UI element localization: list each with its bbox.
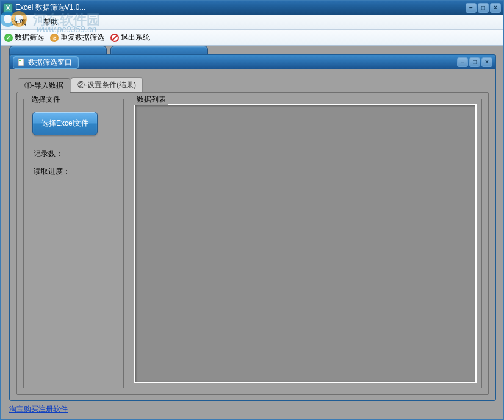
maximize-button[interactable]: □: [478, 3, 489, 13]
svg-rect-3: [19, 60, 21, 61]
taobao-register-link[interactable]: 淘宝购买注册软件: [9, 404, 68, 415]
main-title: Excel 数据筛选V1.0...: [15, 2, 85, 13]
main-window-controls: − □ ×: [466, 3, 501, 13]
groupbox-data-list-title: 数据列表: [134, 94, 168, 105]
mdi-area: 数据筛选窗口 − □ × ①-导入数据 ②-设置条件(结果) 选择文件 选择Ex…: [1, 46, 503, 419]
main-titlebar[interactable]: X Excel 数据筛选V1.0... − □ ×: [1, 1, 503, 15]
app-icon: X: [3, 3, 13, 13]
check-icon: ✓: [4, 34, 13, 42]
child-window: 数据筛选窗口 − □ × ①-导入数据 ②-设置条件(结果) 选择文件 选择Ex…: [9, 54, 496, 401]
data-list-panel[interactable]: [134, 104, 477, 383]
tab-page-import: 选择文件 选择Excel文件 记录数： 读取进度： 数据列表: [16, 92, 489, 395]
groupbox-data-list: 数据列表: [129, 99, 482, 388]
child-maximize-button[interactable]: □: [469, 57, 480, 67]
forbidden-icon: [110, 34, 119, 42]
groupbox-select-file: 选择文件 选择Excel文件 记录数： 读取进度：: [23, 99, 124, 388]
records-label: 记录数：: [34, 149, 117, 159]
groupbox-select-file-title: 选择文件: [29, 94, 63, 105]
child-window-controls: − □ ×: [457, 57, 492, 67]
menu-options[interactable]: 选项: [8, 16, 30, 29]
tool-exit-label: 退出系统: [121, 32, 150, 43]
main-window: X Excel 数据筛选V1.0... − □ × 选项 帮助 ✓ 数据筛选 ⌕…: [0, 0, 504, 420]
minimize-button[interactable]: −: [466, 3, 477, 13]
tab-strip: ①-导入数据 ②-设置条件(结果): [18, 77, 489, 92]
tab-import-data[interactable]: ①-导入数据: [18, 78, 70, 93]
search-icon: ⌕: [50, 34, 59, 42]
child-window-title: 数据筛选窗口: [28, 57, 72, 68]
child-content: ①-导入数据 ②-设置条件(结果) 选择文件 选择Excel文件 记录数： 读取…: [10, 69, 495, 400]
watermark-url: www.pc0359.cn: [37, 24, 96, 34]
tool-exit[interactable]: 退出系统: [110, 32, 150, 43]
child-close-button[interactable]: ×: [481, 57, 492, 67]
stats-block: 记录数： 读取进度：: [30, 146, 117, 177]
select-excel-button[interactable]: 选择Excel文件: [32, 112, 98, 135]
child-minimize-button[interactable]: −: [457, 57, 468, 67]
tab-set-conditions[interactable]: ②-设置条件(结果): [71, 77, 143, 92]
progress-label: 读取进度：: [34, 166, 117, 177]
svg-rect-5: [19, 63, 23, 63]
child-titlebar[interactable]: 数据筛选窗口 − □ ×: [10, 55, 495, 69]
svg-rect-4: [19, 62, 23, 62]
child-title-tab: 数据筛选窗口: [13, 56, 79, 69]
titlebar-left: X Excel 数据筛选V1.0...: [3, 2, 85, 13]
close-button[interactable]: ×: [490, 3, 501, 13]
document-icon: [17, 58, 26, 66]
svg-text:X: X: [6, 5, 10, 12]
